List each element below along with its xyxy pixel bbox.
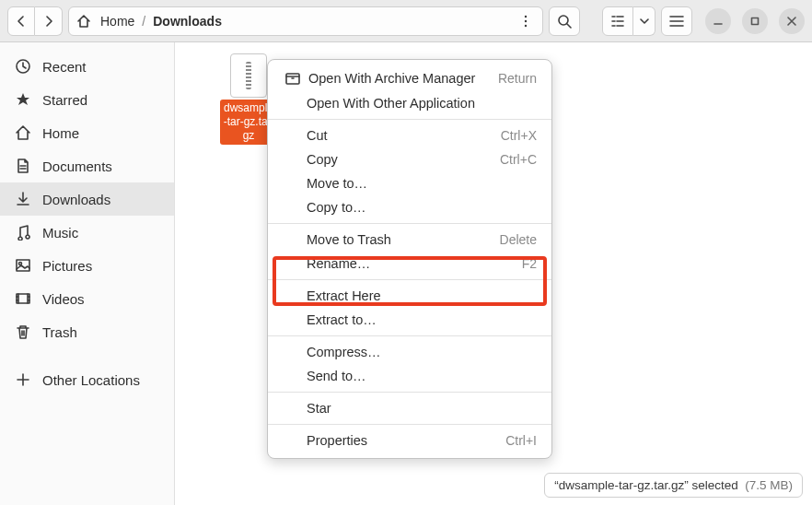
ctx-cut[interactable]: Cut Ctrl+X bbox=[268, 123, 551, 147]
sidebar-item-trash[interactable]: Trash bbox=[0, 315, 174, 348]
sidebar-item-recent[interactable]: Recent bbox=[0, 50, 174, 83]
svg-point-7 bbox=[19, 263, 22, 265]
ctx-label: Star bbox=[307, 401, 331, 416]
ctx-shortcut: Delete bbox=[500, 232, 537, 247]
sidebar-item-pictures[interactable]: Pictures bbox=[0, 249, 174, 282]
ctx-label: Open With Other Application bbox=[307, 96, 475, 111]
toolbar: Home / Downloads bbox=[0, 0, 812, 42]
list-icon bbox=[610, 15, 625, 28]
sidebar-item-music[interactable]: Music bbox=[0, 216, 174, 249]
menu-separator bbox=[268, 279, 551, 280]
ctx-compress[interactable]: Compress… bbox=[268, 340, 551, 364]
ctx-label: Cut bbox=[307, 128, 328, 143]
ctx-move-to[interactable]: Move to… bbox=[268, 171, 551, 195]
ctx-label: Extract Here bbox=[307, 288, 381, 303]
ctx-shortcut: Return bbox=[498, 71, 537, 86]
sidebar-item-label: Other Locations bbox=[42, 372, 140, 388]
document-icon bbox=[15, 158, 31, 174]
view-mode-group bbox=[602, 6, 655, 36]
sidebar-item-label: Videos bbox=[42, 291, 85, 307]
sidebar-item-downloads[interactable]: Downloads bbox=[0, 182, 174, 216]
ctx-rename[interactable]: Rename… F2 bbox=[268, 252, 551, 276]
minimize-button[interactable] bbox=[705, 8, 731, 34]
ctx-open-with-archive[interactable]: Open With Archive Manager Return bbox=[268, 65, 551, 91]
chevron-down-icon bbox=[640, 17, 649, 26]
forward-button[interactable] bbox=[35, 6, 63, 36]
breadcrumb-current[interactable]: Downloads bbox=[153, 14, 222, 29]
ctx-label: Properties bbox=[307, 433, 367, 448]
sidebar-item-videos[interactable]: Videos bbox=[0, 282, 174, 315]
kebab-icon bbox=[524, 15, 528, 28]
search-button[interactable] bbox=[549, 6, 580, 36]
ctx-copy[interactable]: Copy Ctrl+C bbox=[268, 147, 551, 171]
home-icon bbox=[76, 14, 91, 29]
download-icon bbox=[15, 191, 31, 207]
sidebar-item-label: Home bbox=[42, 125, 79, 141]
breadcrumb-home[interactable]: Home bbox=[100, 14, 134, 29]
chevron-right-icon bbox=[43, 16, 54, 27]
context-menu: Open With Archive Manager Return Open Wi… bbox=[267, 59, 552, 459]
maximize-button[interactable] bbox=[742, 8, 768, 34]
music-icon bbox=[15, 224, 31, 241]
sidebar-item-label: Documents bbox=[42, 159, 112, 174]
ctx-label: Compress… bbox=[307, 345, 381, 359]
ctx-label: Copy bbox=[307, 152, 338, 167]
sidebar-item-label: Pictures bbox=[42, 258, 92, 274]
video-icon bbox=[15, 290, 31, 307]
ctx-shortcut: Ctrl+X bbox=[501, 128, 537, 143]
archive-icon bbox=[230, 53, 267, 98]
svg-point-0 bbox=[525, 15, 527, 17]
path-bar[interactable]: Home / Downloads bbox=[68, 6, 543, 36]
view-dropdown-button[interactable] bbox=[633, 6, 655, 36]
ctx-copy-to[interactable]: Copy to… bbox=[268, 195, 551, 219]
sidebar-item-documents[interactable]: Documents bbox=[0, 149, 174, 182]
ctx-extract-here[interactable]: Extract Here bbox=[268, 284, 551, 308]
home-icon bbox=[15, 124, 31, 141]
star-icon bbox=[15, 91, 31, 108]
nav-group bbox=[7, 6, 63, 36]
close-button[interactable] bbox=[779, 8, 805, 34]
menu-separator bbox=[268, 119, 551, 120]
ctx-open-with-other[interactable]: Open With Other Application bbox=[268, 91, 551, 115]
hamburger-icon bbox=[669, 15, 684, 28]
ctx-label: Extract to… bbox=[307, 312, 377, 327]
ctx-send-to[interactable]: Send to… bbox=[268, 364, 551, 388]
status-text: “dwsample-tar-gz.tar.gz” selected bbox=[554, 478, 738, 492]
back-button[interactable] bbox=[7, 6, 35, 36]
trash-icon bbox=[15, 323, 31, 340]
sidebar-item-starred[interactable]: Starred bbox=[0, 83, 174, 116]
svg-point-2 bbox=[525, 24, 527, 26]
ctx-move-to-trash[interactable]: Move to Trash Delete bbox=[268, 228, 551, 252]
menu-separator bbox=[268, 223, 551, 224]
maximize-icon bbox=[749, 16, 760, 27]
minimize-icon bbox=[713, 16, 724, 27]
ctx-label: Send to… bbox=[307, 369, 366, 383]
menu-separator bbox=[268, 424, 551, 425]
breadcrumb-separator: / bbox=[142, 14, 145, 29]
sidebar-item-home[interactable]: Home bbox=[0, 116, 174, 149]
svg-rect-4 bbox=[752, 18, 759, 24]
sidebar: Recent Starred Home Documents Downloads … bbox=[0, 42, 175, 505]
chevron-left-icon bbox=[16, 16, 27, 27]
ctx-shortcut: Ctrl+I bbox=[505, 433, 537, 448]
sidebar-item-label: Trash bbox=[42, 324, 77, 340]
path-menu-button[interactable] bbox=[516, 15, 535, 28]
plus-icon bbox=[15, 371, 31, 388]
hamburger-menu-button[interactable] bbox=[661, 6, 692, 36]
ctx-extract-to[interactable]: Extract to… bbox=[268, 308, 551, 332]
pictures-icon bbox=[15, 257, 31, 274]
svg-point-1 bbox=[525, 19, 527, 21]
sidebar-item-other-locations[interactable]: Other Locations bbox=[0, 363, 174, 396]
menu-separator bbox=[268, 392, 551, 393]
ctx-label: Rename… bbox=[307, 256, 370, 271]
ctx-shortcut: F2 bbox=[522, 256, 537, 271]
status-bar: “dwsample-tar-gz.tar.gz” selected (7.5 M… bbox=[544, 473, 803, 498]
sidebar-item-label: Downloads bbox=[42, 192, 110, 207]
list-view-button[interactable] bbox=[602, 6, 633, 36]
ctx-label: Copy to… bbox=[307, 200, 365, 215]
ctx-properties[interactable]: Properties Ctrl+I bbox=[268, 429, 551, 452]
sidebar-item-label: Music bbox=[42, 225, 78, 241]
close-icon bbox=[786, 16, 797, 27]
ctx-star[interactable]: Star bbox=[268, 396, 551, 420]
status-size: (7.5 MB) bbox=[745, 478, 793, 492]
